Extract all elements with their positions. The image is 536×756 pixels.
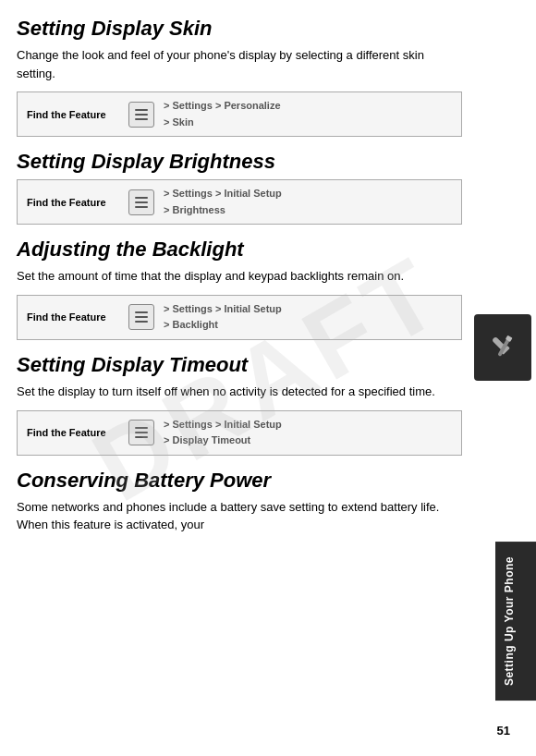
section-title-display-timeout: Setting Display Timeout (17, 353, 462, 377)
svg-rect-5 (135, 206, 148, 208)
feature-box-display-timeout: Find the Feature > Settings > Initial Se… (17, 410, 462, 456)
body-text-backlight: Set the amount of time that the display … (17, 267, 462, 286)
page-container: DRAFT Setting Display Skin Change the lo… (0, 0, 536, 756)
svg-rect-7 (135, 316, 148, 318)
feature-label-display-timeout: Find the Feature (27, 427, 128, 438)
feature-label-display-brightness: Find the Feature (27, 197, 128, 208)
section-battery-power: Conserving Battery Power Some networks a… (17, 469, 462, 534)
feature-path-display-timeout: > Settings > Initial Setup > Display Tim… (164, 417, 282, 449)
menu-icon-display-brightness (128, 189, 154, 215)
svg-rect-10 (135, 432, 148, 433)
svg-rect-0 (135, 109, 148, 111)
section-display-skin: Setting Display Skin Change the look and… (17, 17, 462, 137)
feature-label-backlight: Find the Feature (27, 311, 128, 323)
menu-icon-backlight (128, 304, 154, 330)
feature-box-display-brightness: Find the Feature > Settings > Initial Se… (17, 179, 462, 225)
section-title-battery-power: Conserving Battery Power (17, 469, 462, 493)
svg-rect-8 (135, 321, 148, 323)
svg-rect-2 (135, 118, 148, 120)
page-number: 51 (497, 724, 510, 738)
section-backlight: Adjusting the Backlight Set the amount o… (17, 238, 462, 340)
feature-box-display-skin: Find the Feature > Settings > Personaliz… (17, 91, 462, 137)
feature-label-display-skin: Find the Feature (27, 109, 128, 120)
svg-rect-9 (135, 427, 148, 429)
svg-rect-4 (135, 201, 148, 203)
section-title-display-brightness: Setting Display Brightness (17, 150, 462, 174)
tools-icon-box (474, 314, 531, 381)
sidebar-tab-label: Setting Up Your Phone (495, 542, 536, 701)
feature-path-display-brightness: > Settings > Initial Setup > Brightness (164, 186, 282, 218)
section-title-backlight: Adjusting the Backlight (17, 238, 462, 262)
svg-rect-3 (135, 197, 148, 199)
feature-path-display-skin: > Settings > Personalize > Skin (164, 98, 281, 130)
menu-icon-display-skin (128, 102, 154, 128)
section-display-timeout: Setting Display Timeout Set the display … (17, 353, 462, 456)
svg-rect-6 (135, 311, 148, 313)
svg-rect-1 (135, 114, 148, 116)
tools-icon (482, 327, 523, 368)
right-sidebar: Setting Up Your Phone (469, 0, 536, 756)
svg-rect-11 (135, 436, 148, 438)
section-display-brightness: Setting Display Brightness Find the Feat… (17, 150, 462, 225)
section-title-display-skin: Setting Display Skin (17, 17, 462, 41)
feature-box-backlight: Find the Feature > Settings > Initial Se… (17, 295, 462, 340)
body-text-display-skin: Change the look and feel of your phone's… (17, 46, 462, 82)
feature-path-backlight: > Settings > Initial Setup > Backlight (164, 301, 282, 334)
body-text-battery-power: Some networks and phones include a batte… (17, 498, 462, 534)
body-text-display-timeout: Set the display to turn itself off when … (17, 383, 462, 401)
menu-icon-display-timeout (128, 420, 154, 445)
main-content: Setting Display Skin Change the look and… (0, 0, 536, 756)
